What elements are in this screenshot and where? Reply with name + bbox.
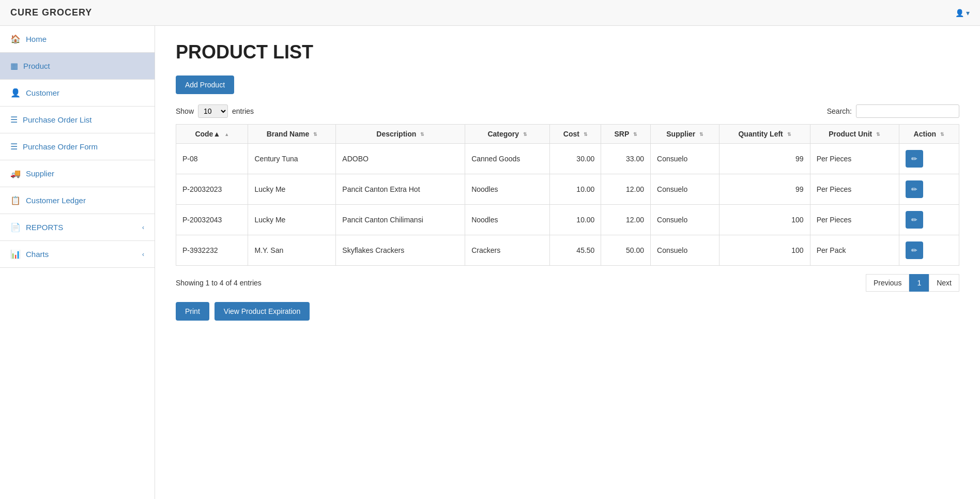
pagination-controls: Previous 1 Next xyxy=(866,274,959,292)
col-action[interactable]: Action ⇅ xyxy=(899,125,959,144)
pagination-info: Showing 1 to 4 of 4 entries xyxy=(176,279,262,287)
view-expiration-button[interactable]: View Product Expiration xyxy=(215,302,310,321)
page-1-button[interactable]: 1 xyxy=(909,274,929,292)
cell-supplier: Consuelo xyxy=(651,235,719,266)
purchase-order-list-icon: ☰ xyxy=(10,115,18,125)
customer-ledger-icon: 📋 xyxy=(10,195,21,205)
cell-brand_name: Century Tuna xyxy=(248,144,336,174)
user-icon: 👤 xyxy=(955,9,964,17)
cell-supplier: Consuelo xyxy=(651,205,719,235)
cell-srp: 12.00 xyxy=(601,205,651,235)
col-product-unit[interactable]: Product Unit ⇅ xyxy=(810,125,899,144)
cell-supplier: Consuelo xyxy=(651,174,719,205)
home-icon: 🏠 xyxy=(10,34,21,44)
add-product-button[interactable]: Add Product xyxy=(176,75,234,94)
cell-category: Noodles xyxy=(465,174,550,205)
sidebar-item-customer-label: Customer xyxy=(26,88,59,97)
cell-category: Canned Goods xyxy=(465,144,550,174)
col-supplier[interactable]: Supplier ⇅ xyxy=(651,125,719,144)
cell-product_unit: Per Pack xyxy=(810,235,899,266)
sidebar-item-purchase-order-list[interactable]: ☰ Purchase Order List xyxy=(0,107,155,133)
cell-code: P-08 xyxy=(176,144,248,174)
supplier-sort-icon: ⇅ xyxy=(699,132,703,137)
sidebar-item-customer[interactable]: 👤 Customer xyxy=(0,80,155,107)
sidebar-item-product[interactable]: ▦ Product xyxy=(0,53,155,80)
edit-button-0[interactable]: ✏ xyxy=(906,150,923,168)
cell-srp: 50.00 xyxy=(601,235,651,266)
col-category[interactable]: Category ⇅ xyxy=(465,125,550,144)
table-row: P-20032023Lucky MePancit Canton Extra Ho… xyxy=(176,174,959,205)
cell-quantity_left: 100 xyxy=(719,205,810,235)
previous-button[interactable]: Previous xyxy=(866,274,909,292)
cell-category: Noodles xyxy=(465,205,550,235)
next-button[interactable]: Next xyxy=(929,274,959,292)
col-code[interactable]: Code▲ ▲ xyxy=(176,125,248,144)
sidebar-item-charts-label: Charts xyxy=(26,250,49,259)
edit-button-3[interactable]: ✏ xyxy=(906,241,923,259)
sidebar-item-customer-ledger[interactable]: 📋 Customer Ledger xyxy=(0,187,155,214)
search-box: Search: xyxy=(827,104,959,118)
cell-product_unit: Per Pieces xyxy=(810,144,899,174)
cost-sort-icon: ⇅ xyxy=(584,132,588,137)
cell-action: ✏ xyxy=(899,205,959,235)
cell-srp: 33.00 xyxy=(601,144,651,174)
charts-chevron-icon: ‹ xyxy=(142,251,144,258)
sidebar: 🏠 Home ▦ Product 👤 Customer ☰ Purchase O… xyxy=(0,26,155,499)
cell-cost: 10.00 xyxy=(550,205,601,235)
search-label: Search: xyxy=(827,107,852,115)
edit-button-2[interactable]: ✏ xyxy=(906,211,923,229)
cell-supplier: Consuelo xyxy=(651,144,719,174)
user-menu[interactable]: 👤 ▾ xyxy=(955,9,970,17)
cell-brand_name: M.Y. San xyxy=(248,235,336,266)
col-srp[interactable]: SRP ⇅ xyxy=(601,125,651,144)
action-sort-icon: ⇅ xyxy=(940,132,944,137)
table-row: P-20032043Lucky MePancit Canton Chiliman… xyxy=(176,205,959,235)
cell-description: Skyflakes Crackers xyxy=(336,235,465,266)
col-description[interactable]: Description ⇅ xyxy=(336,125,465,144)
cell-category: Crackers xyxy=(465,235,550,266)
show-label: Show xyxy=(176,107,194,115)
product-table: Code▲ ▲ Brand Name ⇅ Description ⇅ Categ… xyxy=(176,124,959,266)
edit-button-1[interactable]: ✏ xyxy=(906,180,923,198)
unit-sort-icon: ⇅ xyxy=(876,132,880,137)
col-brand-name[interactable]: Brand Name ⇅ xyxy=(248,125,336,144)
cell-description: Pancit Canton Chilimansi xyxy=(336,205,465,235)
qty-sort-icon: ⇅ xyxy=(787,132,791,137)
customer-icon: 👤 xyxy=(10,88,21,98)
cell-action: ✏ xyxy=(899,144,959,174)
user-chevron: ▾ xyxy=(966,9,970,17)
sidebar-item-reports[interactable]: 📄 REPORTS ‹ xyxy=(0,214,155,241)
cell-brand_name: Lucky Me xyxy=(248,205,336,235)
sidebar-item-supplier[interactable]: 🚚 Supplier xyxy=(0,160,155,187)
app-brand: CURE GROCERY xyxy=(10,7,92,18)
cell-quantity_left: 99 xyxy=(719,144,810,174)
navbar: CURE GROCERY 👤 ▾ xyxy=(0,0,980,26)
bottom-buttons: Print View Product Expiration xyxy=(176,302,959,321)
cell-code: P-3932232 xyxy=(176,235,248,266)
cell-description: Pancit Canton Extra Hot xyxy=(336,174,465,205)
table-row: P-08Century TunaADOBOCanned Goods30.0033… xyxy=(176,144,959,174)
page-title: PRODUCT LIST xyxy=(176,41,959,63)
supplier-icon: 🚚 xyxy=(10,169,21,178)
layout: 🏠 Home ▦ Product 👤 Customer ☰ Purchase O… xyxy=(0,26,980,499)
entries-select[interactable]: 10 25 50 100 xyxy=(198,104,228,118)
sidebar-item-purchase-order-form-label: Purchase Order Form xyxy=(23,142,98,151)
table-header-row: Code▲ ▲ Brand Name ⇅ Description ⇅ Categ… xyxy=(176,125,959,144)
sidebar-item-charts[interactable]: 📊 Charts ‹ xyxy=(0,241,155,268)
col-cost[interactable]: Cost ⇅ xyxy=(550,125,601,144)
sidebar-item-product-label: Product xyxy=(23,62,50,70)
sidebar-item-purchase-order-form[interactable]: ☰ Purchase Order Form xyxy=(0,133,155,160)
sidebar-item-reports-label: REPORTS xyxy=(26,223,63,232)
sidebar-item-home[interactable]: 🏠 Home xyxy=(0,26,155,53)
cell-cost: 10.00 xyxy=(550,174,601,205)
table-controls: Show 10 25 50 100 entries Search: xyxy=(176,104,959,118)
cell-cost: 45.50 xyxy=(550,235,601,266)
col-quantity-left[interactable]: Quantity Left ⇅ xyxy=(719,125,810,144)
search-input[interactable] xyxy=(856,104,959,118)
sidebar-item-home-label: Home xyxy=(26,35,47,43)
code-sort-icon: ▲ xyxy=(224,132,229,137)
charts-icon: 📊 xyxy=(10,249,21,259)
entries-label: entries xyxy=(232,107,254,115)
print-button[interactable]: Print xyxy=(176,302,209,321)
cell-brand_name: Lucky Me xyxy=(248,174,336,205)
